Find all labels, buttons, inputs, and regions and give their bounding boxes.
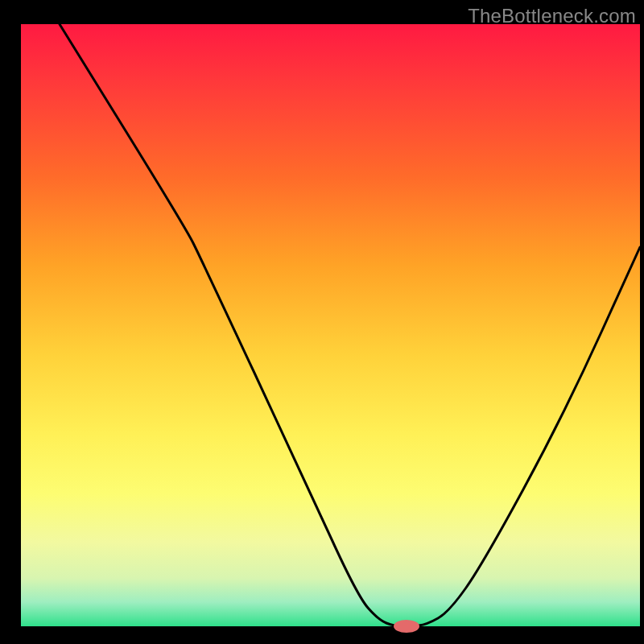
watermark-text: TheBottleneck.com bbox=[468, 5, 636, 27]
bottleneck-chart: TheBottleneck.com bbox=[0, 0, 644, 644]
optimal-marker bbox=[394, 620, 419, 633]
chart-svg bbox=[0, 0, 644, 644]
